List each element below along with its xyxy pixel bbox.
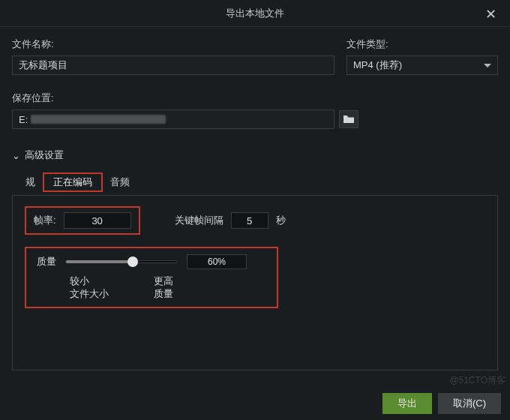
cancel-button[interactable]: 取消(C) — [438, 393, 501, 414]
keyframe-unit: 秒 — [276, 214, 286, 227]
dialog-body: 文件名称: 文件类型: MP4 (推荐) 保存位置: E: — [0, 27, 510, 378]
titlebar: 导出本地文件 ✕ — [0, 0, 510, 27]
highlight-framerate: 帧率: — [25, 206, 140, 235]
quality-min-label: 较小 文件大小 — [70, 275, 109, 301]
save-location-input[interactable]: E: — [12, 110, 334, 129]
tab-audio[interactable]: 音频 — [104, 172, 136, 192]
save-location-label: 保存位置: — [12, 92, 498, 105]
advanced-label: 高级设置 — [25, 148, 64, 162]
quality-slider[interactable] — [65, 260, 178, 263]
highlight-quality: 质量 60% 较小 文件大小 更高 质量 — [25, 247, 278, 308]
chevron-down-icon — [484, 64, 491, 68]
tab-spec-partial[interactable]: 规 — [20, 172, 41, 192]
export-button[interactable]: 导出 — [382, 393, 432, 414]
keyframe-label: 关键帧间隔 — [175, 214, 224, 227]
framerate-input[interactable] — [64, 212, 131, 229]
save-path-redacted — [31, 115, 166, 124]
tab-encoding[interactable]: 正在编码 — [47, 173, 98, 190]
folder-icon — [343, 114, 355, 124]
filename-label: 文件名称: — [12, 38, 334, 51]
advanced-toggle[interactable]: ⌄ 高级设置 — [12, 148, 498, 162]
dialog-title: 导出本地文件 — [226, 7, 284, 20]
filename-input[interactable] — [12, 56, 334, 75]
slider-fill — [66, 260, 133, 263]
save-path-prefix: E: — [19, 114, 28, 125]
tabs: 规 正在编码 音频 — [12, 172, 498, 192]
watermark: @51CTO博客 — [449, 374, 506, 387]
filetype-label: 文件类型: — [346, 38, 498, 51]
keyframe-input[interactable] — [231, 212, 268, 229]
browse-button[interactable] — [339, 110, 358, 128]
quality-max-label: 更高 质量 — [154, 275, 173, 301]
highlight-encoding-tab: 正在编码 — [43, 172, 103, 192]
quality-percent: 60% — [187, 254, 247, 269]
quality-label: 质量 — [37, 255, 56, 268]
slider-thumb[interactable] — [128, 256, 138, 267]
chevron-down-icon: ⌄ — [12, 150, 20, 161]
filename-field: 文件名称: — [12, 38, 334, 75]
framerate-label: 帧率: — [34, 214, 56, 227]
encoding-panel: 帧率: 关键帧间隔 秒 质量 60% 较小 文件大小 — [12, 195, 498, 370]
close-icon[interactable]: ✕ — [481, 4, 501, 24]
filetype-select[interactable]: MP4 (推荐) — [346, 56, 498, 75]
save-location-field: 保存位置: E: — [12, 92, 498, 129]
filetype-value: MP4 (推荐) — [353, 58, 402, 72]
footer: 导出 取消(C) — [0, 387, 510, 420]
filetype-field: 文件类型: MP4 (推荐) — [346, 38, 498, 75]
